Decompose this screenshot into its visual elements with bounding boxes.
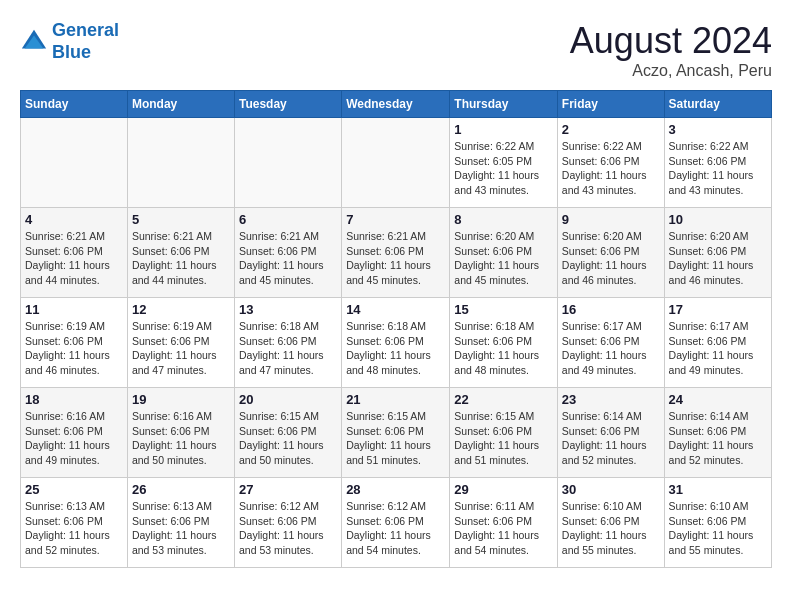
day-info: Sunrise: 6:21 AM Sunset: 6:06 PM Dayligh… xyxy=(25,229,123,288)
day-info: Sunrise: 6:18 AM Sunset: 6:06 PM Dayligh… xyxy=(454,319,553,378)
day-info: Sunrise: 6:18 AM Sunset: 6:06 PM Dayligh… xyxy=(239,319,337,378)
day-number: 9 xyxy=(562,212,660,227)
header-day-saturday: Saturday xyxy=(664,91,771,118)
day-number: 24 xyxy=(669,392,767,407)
calendar-cell: 31Sunrise: 6:10 AM Sunset: 6:06 PM Dayli… xyxy=(664,478,771,568)
calendar-header-row: SundayMondayTuesdayWednesdayThursdayFrid… xyxy=(21,91,772,118)
day-number: 3 xyxy=(669,122,767,137)
header-day-sunday: Sunday xyxy=(21,91,128,118)
day-info: Sunrise: 6:15 AM Sunset: 6:06 PM Dayligh… xyxy=(454,409,553,468)
day-info: Sunrise: 6:18 AM Sunset: 6:06 PM Dayligh… xyxy=(346,319,445,378)
calendar-cell: 25Sunrise: 6:13 AM Sunset: 6:06 PM Dayli… xyxy=(21,478,128,568)
day-info: Sunrise: 6:19 AM Sunset: 6:06 PM Dayligh… xyxy=(25,319,123,378)
day-number: 12 xyxy=(132,302,230,317)
month-year-title: August 2024 xyxy=(570,20,772,62)
calendar-cell xyxy=(21,118,128,208)
header-day-wednesday: Wednesday xyxy=(342,91,450,118)
calendar-week-row: 11Sunrise: 6:19 AM Sunset: 6:06 PM Dayli… xyxy=(21,298,772,388)
calendar-cell: 6Sunrise: 6:21 AM Sunset: 6:06 PM Daylig… xyxy=(234,208,341,298)
calendar-cell xyxy=(342,118,450,208)
calendar-table: SundayMondayTuesdayWednesdayThursdayFrid… xyxy=(20,90,772,568)
calendar-cell: 8Sunrise: 6:20 AM Sunset: 6:06 PM Daylig… xyxy=(450,208,558,298)
calendar-cell: 3Sunrise: 6:22 AM Sunset: 6:06 PM Daylig… xyxy=(664,118,771,208)
day-number: 28 xyxy=(346,482,445,497)
logo-text: General Blue xyxy=(52,20,119,63)
calendar-week-row: 1Sunrise: 6:22 AM Sunset: 6:05 PM Daylig… xyxy=(21,118,772,208)
day-number: 30 xyxy=(562,482,660,497)
day-info: Sunrise: 6:10 AM Sunset: 6:06 PM Dayligh… xyxy=(562,499,660,558)
calendar-cell: 11Sunrise: 6:19 AM Sunset: 6:06 PM Dayli… xyxy=(21,298,128,388)
day-info: Sunrise: 6:20 AM Sunset: 6:06 PM Dayligh… xyxy=(454,229,553,288)
day-number: 31 xyxy=(669,482,767,497)
location-subtitle: Aczo, Ancash, Peru xyxy=(570,62,772,80)
calendar-cell: 22Sunrise: 6:15 AM Sunset: 6:06 PM Dayli… xyxy=(450,388,558,478)
day-info: Sunrise: 6:15 AM Sunset: 6:06 PM Dayligh… xyxy=(239,409,337,468)
day-info: Sunrise: 6:14 AM Sunset: 6:06 PM Dayligh… xyxy=(562,409,660,468)
day-number: 21 xyxy=(346,392,445,407)
day-info: Sunrise: 6:12 AM Sunset: 6:06 PM Dayligh… xyxy=(239,499,337,558)
day-info: Sunrise: 6:21 AM Sunset: 6:06 PM Dayligh… xyxy=(132,229,230,288)
calendar-cell: 5Sunrise: 6:21 AM Sunset: 6:06 PM Daylig… xyxy=(127,208,234,298)
day-number: 4 xyxy=(25,212,123,227)
calendar-cell: 9Sunrise: 6:20 AM Sunset: 6:06 PM Daylig… xyxy=(557,208,664,298)
day-number: 17 xyxy=(669,302,767,317)
day-info: Sunrise: 6:20 AM Sunset: 6:06 PM Dayligh… xyxy=(562,229,660,288)
day-number: 22 xyxy=(454,392,553,407)
calendar-cell: 10Sunrise: 6:20 AM Sunset: 6:06 PM Dayli… xyxy=(664,208,771,298)
day-info: Sunrise: 6:17 AM Sunset: 6:06 PM Dayligh… xyxy=(669,319,767,378)
day-number: 20 xyxy=(239,392,337,407)
day-info: Sunrise: 6:16 AM Sunset: 6:06 PM Dayligh… xyxy=(25,409,123,468)
calendar-cell: 28Sunrise: 6:12 AM Sunset: 6:06 PM Dayli… xyxy=(342,478,450,568)
day-number: 15 xyxy=(454,302,553,317)
header-day-friday: Friday xyxy=(557,91,664,118)
day-info: Sunrise: 6:12 AM Sunset: 6:06 PM Dayligh… xyxy=(346,499,445,558)
day-number: 23 xyxy=(562,392,660,407)
day-number: 6 xyxy=(239,212,337,227)
day-number: 16 xyxy=(562,302,660,317)
calendar-cell: 2Sunrise: 6:22 AM Sunset: 6:06 PM Daylig… xyxy=(557,118,664,208)
calendar-cell: 13Sunrise: 6:18 AM Sunset: 6:06 PM Dayli… xyxy=(234,298,341,388)
calendar-week-row: 18Sunrise: 6:16 AM Sunset: 6:06 PM Dayli… xyxy=(21,388,772,478)
calendar-cell: 4Sunrise: 6:21 AM Sunset: 6:06 PM Daylig… xyxy=(21,208,128,298)
calendar-cell: 18Sunrise: 6:16 AM Sunset: 6:06 PM Dayli… xyxy=(21,388,128,478)
day-info: Sunrise: 6:14 AM Sunset: 6:06 PM Dayligh… xyxy=(669,409,767,468)
header-day-thursday: Thursday xyxy=(450,91,558,118)
calendar-cell: 30Sunrise: 6:10 AM Sunset: 6:06 PM Dayli… xyxy=(557,478,664,568)
day-info: Sunrise: 6:22 AM Sunset: 6:06 PM Dayligh… xyxy=(669,139,767,198)
day-number: 7 xyxy=(346,212,445,227)
day-number: 18 xyxy=(25,392,123,407)
header-day-monday: Monday xyxy=(127,91,234,118)
calendar-cell: 19Sunrise: 6:16 AM Sunset: 6:06 PM Dayli… xyxy=(127,388,234,478)
calendar-cell: 23Sunrise: 6:14 AM Sunset: 6:06 PM Dayli… xyxy=(557,388,664,478)
calendar-cell: 20Sunrise: 6:15 AM Sunset: 6:06 PM Dayli… xyxy=(234,388,341,478)
day-info: Sunrise: 6:13 AM Sunset: 6:06 PM Dayligh… xyxy=(132,499,230,558)
calendar-cell: 21Sunrise: 6:15 AM Sunset: 6:06 PM Dayli… xyxy=(342,388,450,478)
day-info: Sunrise: 6:20 AM Sunset: 6:06 PM Dayligh… xyxy=(669,229,767,288)
calendar-cell xyxy=(127,118,234,208)
day-number: 2 xyxy=(562,122,660,137)
logo-icon xyxy=(20,28,48,56)
day-number: 25 xyxy=(25,482,123,497)
calendar-week-row: 4Sunrise: 6:21 AM Sunset: 6:06 PM Daylig… xyxy=(21,208,772,298)
logo: General Blue xyxy=(20,20,119,63)
title-section: August 2024 Aczo, Ancash, Peru xyxy=(570,20,772,80)
calendar-cell: 16Sunrise: 6:17 AM Sunset: 6:06 PM Dayli… xyxy=(557,298,664,388)
logo-line2: Blue xyxy=(52,42,91,62)
day-number: 29 xyxy=(454,482,553,497)
day-info: Sunrise: 6:22 AM Sunset: 6:05 PM Dayligh… xyxy=(454,139,553,198)
day-info: Sunrise: 6:17 AM Sunset: 6:06 PM Dayligh… xyxy=(562,319,660,378)
day-info: Sunrise: 6:21 AM Sunset: 6:06 PM Dayligh… xyxy=(346,229,445,288)
day-info: Sunrise: 6:15 AM Sunset: 6:06 PM Dayligh… xyxy=(346,409,445,468)
day-info: Sunrise: 6:13 AM Sunset: 6:06 PM Dayligh… xyxy=(25,499,123,558)
header-day-tuesday: Tuesday xyxy=(234,91,341,118)
day-number: 13 xyxy=(239,302,337,317)
calendar-cell: 1Sunrise: 6:22 AM Sunset: 6:05 PM Daylig… xyxy=(450,118,558,208)
day-number: 19 xyxy=(132,392,230,407)
calendar-cell: 14Sunrise: 6:18 AM Sunset: 6:06 PM Dayli… xyxy=(342,298,450,388)
day-number: 10 xyxy=(669,212,767,227)
calendar-cell: 17Sunrise: 6:17 AM Sunset: 6:06 PM Dayli… xyxy=(664,298,771,388)
day-info: Sunrise: 6:22 AM Sunset: 6:06 PM Dayligh… xyxy=(562,139,660,198)
day-number: 14 xyxy=(346,302,445,317)
day-info: Sunrise: 6:11 AM Sunset: 6:06 PM Dayligh… xyxy=(454,499,553,558)
day-number: 1 xyxy=(454,122,553,137)
